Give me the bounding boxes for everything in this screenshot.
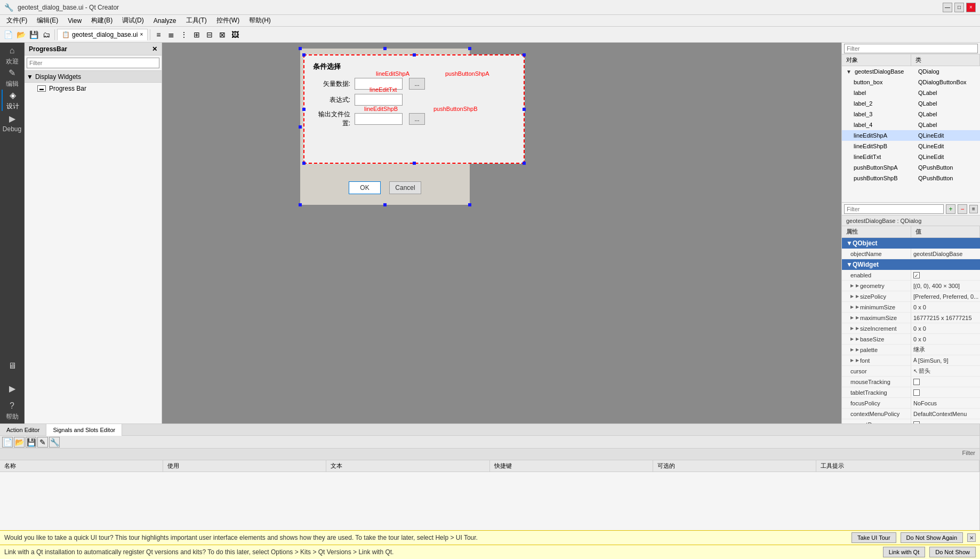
tree-item-label-2[interactable]: label_2 QLabel	[842, 98, 980, 109]
action-edit-btn[interactable]: ✎	[37, 437, 48, 448]
prop-row-focuspolicy[interactable]: focusPolicy NoFocus	[842, 398, 980, 409]
maximize-btn[interactable]: □	[954, 3, 964, 12]
prop-row-mousetracking[interactable]: mouseTracking	[842, 377, 980, 387]
distribute-btn[interactable]: ⊠	[216, 29, 228, 41]
sidebar-run[interactable]: ▶	[2, 378, 23, 399]
action-editor-area: Action Editor Signals and Slots Editor 📄…	[0, 424, 980, 530]
canvas-area[interactable]: OK Cancel 条件选择 矢量数据: lineEditShpA	[162, 43, 841, 424]
minimize-btn[interactable]: —	[943, 3, 952, 12]
tree-item-label-3[interactable]: label_3 QLabel	[842, 109, 980, 119]
sidebar-debug[interactable]: ▶ Debug	[2, 112, 23, 133]
menu-tools[interactable]: 工具(T)	[182, 15, 211, 26]
line-edit-shpb[interactable]	[355, 113, 403, 125]
prop-row-geometry[interactable]: ▶geometry [(0, 0), 400 × 300]	[842, 281, 980, 291]
prop-row-acceptdrops[interactable]: acceptDrops	[842, 419, 980, 424]
align-center-btn[interactable]: ≣	[165, 29, 177, 41]
file-tab[interactable]: 📋 geotest_dialog_base.ui ×	[57, 29, 148, 41]
tree-item-pushButtonShpA[interactable]: pushButtonShpA QPushButton	[842, 162, 980, 173]
prop-row-font[interactable]: ▶font A[SimSun, 9]	[842, 355, 980, 366]
menu-build[interactable]: 构建(B)	[87, 15, 117, 26]
mousetracking-checkbox[interactable]	[913, 379, 920, 385]
right-panel: 对象 类 ▼ geotestDialogBase QDialog button_…	[841, 43, 980, 424]
prop-row-maximumsize[interactable]: ▶maximumSize 16777215 x 16777215	[842, 313, 980, 323]
widget-search-input[interactable]	[27, 58, 159, 68]
prop-row-basesize[interactable]: ▶baseSize 0 x 0	[842, 334, 980, 345]
tree-item-pushButtonShpB[interactable]: pushButtonShpB QPushButton	[842, 173, 980, 183]
tree-item-lineEditTxt[interactable]: lineEditTxt QLineEdit	[842, 151, 980, 162]
prop-menu-btn[interactable]: ≡	[969, 205, 978, 213]
tree-item-label-4[interactable]: label_4 QLabel	[842, 119, 980, 130]
prop-add-btn[interactable]: +	[946, 204, 955, 214]
prop-row-cursor[interactable]: cursor ↖箭头	[842, 366, 980, 377]
push-button-shpb[interactable]: ...	[409, 113, 425, 125]
tree-item-lineEditShpA[interactable]: lineEditShpA QLineEdit	[842, 130, 980, 141]
object-filter-input[interactable]	[844, 44, 978, 53]
push-button-shpa[interactable]: ...	[409, 78, 425, 90]
prop-row-enabled[interactable]: enabled ✓	[842, 270, 980, 281]
tab-action-editor[interactable]: Action Editor	[0, 424, 46, 436]
layout-btn[interactable]: ⊞	[191, 29, 203, 41]
notif-buttons-2: Link with Qt Do Not Show	[883, 547, 976, 557]
prop-row-objectname[interactable]: objectName geotestDialogBase	[842, 249, 980, 259]
tree-item-label[interactable]: label QLabel	[842, 87, 980, 98]
align-right-btn[interactable]: ⋮	[178, 29, 190, 41]
prop-row-palette[interactable]: ▶palette 继承	[842, 345, 980, 355]
chevron-down-icon: ▼	[27, 73, 33, 81]
widget-item-progress-bar[interactable]: ▬ Progress Bar	[25, 83, 162, 94]
menu-file[interactable]: 文件(F)	[2, 15, 31, 26]
sidebar-help[interactable]: ? 帮助	[2, 400, 23, 421]
prop-row-minimumsize[interactable]: ▶minimumSize 0 x 0	[842, 302, 980, 313]
action-open-btn[interactable]: 📂	[14, 437, 25, 448]
sidebar-design[interactable]: ◈ 设计	[2, 90, 23, 111]
link-with-qt-btn[interactable]: Link with Qt	[883, 547, 925, 557]
action-new-btn[interactable]: 📄	[2, 437, 13, 448]
action-tools-btn[interactable]: 🔧	[49, 437, 60, 448]
new-btn[interactable]: 📄	[2, 29, 14, 41]
sidebar-monitor[interactable]: 🖥	[2, 355, 23, 377]
properties-panel: + − ≡ geotestDialogBase : QDialog 属性 值 ▼…	[842, 203, 980, 424]
action-panel: Action Editor Signals and Slots Editor 📄…	[0, 424, 980, 530]
tree-item-button-box[interactable]: button_box QDialogButtonBox	[842, 77, 980, 87]
grid-btn[interactable]: ⊟	[204, 29, 215, 41]
ok-button[interactable]: OK	[349, 181, 381, 194]
save-btn[interactable]: 💾	[28, 29, 39, 41]
tablettracking-checkbox[interactable]	[913, 389, 920, 396]
align-left-btn[interactable]: ≡	[152, 29, 164, 41]
save-all-btn[interactable]: 🗂	[41, 29, 52, 41]
menu-controls[interactable]: 控件(W)	[212, 15, 244, 26]
enabled-checkbox[interactable]: ✓	[913, 272, 920, 278]
prop-group-qobject-header[interactable]: ▼ QObject	[842, 238, 980, 249]
notif-close-btn-1[interactable]: ✕	[967, 533, 976, 542]
image-btn[interactable]: 🖼	[229, 29, 241, 41]
sidebar-welcome[interactable]: ⌂ 欢迎	[2, 45, 23, 66]
action-toolbar: 📄 📂 💾 ✎ 🔧	[0, 436, 979, 449]
menu-debug[interactable]: 调试(D)	[118, 15, 148, 26]
take-ui-tour-btn[interactable]: Take UI Tour	[852, 532, 896, 543]
tab-signals-slots[interactable]: Signals and Slots Editor	[46, 424, 122, 436]
prop-row-tablettracking[interactable]: tabletTracking	[842, 387, 980, 398]
cancel-button[interactable]: Cancel	[389, 181, 421, 194]
tree-item-root[interactable]: ▼ geotestDialogBase QDialog	[842, 66, 980, 77]
title-bar: 🔧 geotest_dialog_base.ui - Qt Creator — …	[0, 0, 980, 15]
close-widget-panel-btn[interactable]: ✕	[152, 45, 157, 53]
do-not-show-again-btn[interactable]: Do Not Show Again	[901, 532, 963, 543]
prop-row-contextmenupolicy[interactable]: contextMenuPolicy DefaultContextMenu	[842, 409, 980, 419]
prop-row-sizepolicy[interactable]: ▶sizePolicy [Preferred, Preferred, 0...	[842, 291, 980, 302]
tab-close-btn[interactable]: ×	[140, 31, 143, 37]
line-edit-txt[interactable]	[355, 94, 403, 106]
prop-remove-btn[interactable]: −	[958, 204, 967, 214]
prop-filter-input[interactable]	[844, 204, 944, 214]
prop-group-qwidget-header[interactable]: ▼ QWidget	[842, 259, 980, 270]
widget-group-header-display[interactable]: ▼ Display Widgets	[25, 71, 162, 83]
open-btn[interactable]: 📂	[15, 29, 27, 41]
menu-view[interactable]: View	[63, 16, 86, 26]
do-not-show-btn-2[interactable]: Do Not Show	[929, 547, 976, 557]
tree-item-lineEditShpB[interactable]: lineEditShpB QLineEdit	[842, 141, 980, 151]
menu-help[interactable]: 帮助(H)	[245, 15, 275, 26]
sidebar-edit[interactable]: ✎ 编辑	[2, 67, 23, 89]
prop-row-sizeincrement[interactable]: ▶sizeIncrement 0 x 0	[842, 323, 980, 334]
menu-edit[interactable]: 编辑(E)	[33, 15, 62, 26]
close-btn[interactable]: ×	[966, 3, 976, 12]
action-save-btn[interactable]: 💾	[26, 437, 36, 448]
menu-analyze[interactable]: Analyze	[149, 16, 181, 26]
